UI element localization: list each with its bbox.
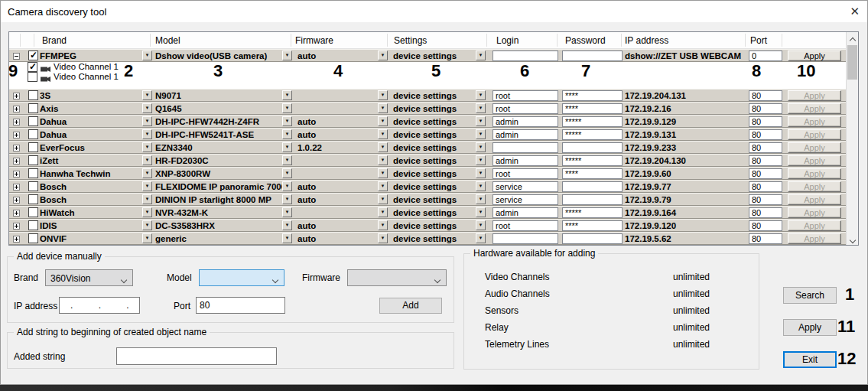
firmware-dropdown-icon[interactable]: ▼: [378, 142, 388, 152]
settings-cell[interactable]: device settings: [393, 104, 474, 113]
model-cell[interactable]: EZN3340: [155, 143, 292, 152]
model-dropdown-icon[interactable]: ▼: [282, 51, 292, 60]
row-apply-button[interactable]: Apply: [788, 194, 841, 205]
password-field[interactable]: ****: [562, 90, 623, 101]
scrollbar-up-arrow-icon[interactable]: [847, 32, 858, 45]
table-row[interactable]: ✓ 3S ▼ N9071 ▼ ▼ device settings ▼ root …: [9, 89, 846, 102]
login-field[interactable]: admin: [493, 129, 558, 140]
row-checkbox[interactable]: ✓: [28, 194, 38, 204]
port-input[interactable]: 80: [196, 297, 285, 314]
row-apply-button[interactable]: Apply: [788, 103, 841, 114]
table-row[interactable]: ✓ Axis ▼ Q1645 ▼ ▼ device settings ▼ roo…: [9, 102, 846, 115]
model-cell[interactable]: generic: [155, 234, 292, 243]
col-header-model[interactable]: Model: [155, 35, 180, 46]
login-field[interactable]: [493, 233, 558, 244]
password-field[interactable]: [562, 51, 623, 61]
settings-dropdown-icon[interactable]: ▼: [476, 51, 486, 60]
brand-dropdown-icon[interactable]: ▼: [142, 155, 152, 165]
login-field[interactable]: root: [493, 168, 558, 179]
row-checkbox[interactable]: ✓: [28, 129, 38, 139]
expand-toggle-icon[interactable]: [13, 236, 20, 243]
firmware-dropdown-icon[interactable]: ▼: [378, 207, 388, 217]
model-dropdown-icon[interactable]: ▼: [282, 168, 292, 178]
table-row[interactable]: ✓ HiWatch ▼ NVR-432M-K ▼ ▼ device settin…: [9, 206, 846, 219]
firmware-dropdown-icon[interactable]: ▼: [378, 168, 388, 178]
password-field[interactable]: [562, 142, 623, 153]
brand-dropdown-icon[interactable]: ▼: [142, 142, 152, 152]
row-apply-button[interactable]: Apply: [788, 129, 841, 140]
login-field[interactable]: [493, 142, 558, 153]
brand-dropdown-icon[interactable]: ▼: [142, 233, 152, 243]
add-button[interactable]: Add: [379, 298, 442, 314]
firmware-dropdown-icon[interactable]: ▼: [378, 233, 388, 243]
settings-cell[interactable]: device settings: [393, 143, 474, 152]
row-apply-button[interactable]: Apply: [788, 155, 841, 166]
model-dropdown-icon[interactable]: ▼: [282, 116, 292, 126]
search-button[interactable]: Search: [783, 287, 837, 304]
row-apply-button[interactable]: Apply: [788, 51, 841, 61]
password-field[interactable]: *****: [562, 155, 623, 166]
col-header-login[interactable]: Login: [496, 35, 519, 46]
subrow-checkbox[interactable]: ✓: [28, 72, 37, 82]
settings-cell[interactable]: device settings: [393, 182, 474, 191]
model-dropdown-icon[interactable]: ▼: [282, 194, 292, 204]
firmware-dropdown-icon[interactable]: ▼: [378, 103, 388, 113]
brand-dropdown-icon[interactable]: ▼: [142, 207, 152, 217]
settings-dropdown-icon[interactable]: ▼: [476, 129, 486, 139]
password-field[interactable]: [562, 194, 623, 205]
model-cell[interactable]: DH-IPC-HFW5241T-ASE: [155, 130, 292, 139]
port-field[interactable]: 80: [749, 233, 782, 244]
model-dropdown-icon[interactable]: ▼: [282, 155, 292, 165]
expand-toggle-icon[interactable]: [13, 53, 20, 60]
col-header-port[interactable]: Port: [750, 35, 767, 46]
row-checkbox[interactable]: ✓: [28, 116, 38, 126]
expand-toggle-icon[interactable]: [13, 132, 20, 138]
settings-cell[interactable]: device settings: [393, 221, 474, 230]
login-field[interactable]: service: [493, 181, 558, 192]
brand-cell[interactable]: ONVIF: [40, 234, 141, 243]
brand-dropdown-icon[interactable]: ▼: [142, 116, 152, 126]
port-field[interactable]: 80: [749, 116, 782, 127]
settings-cell[interactable]: device settings: [393, 117, 474, 126]
model-dropdown-icon[interactable]: ▼: [282, 220, 292, 230]
password-field[interactable]: *****: [562, 116, 623, 127]
settings-dropdown-icon[interactable]: ▼: [476, 220, 486, 230]
firmware-dropdown-icon[interactable]: ▼: [378, 181, 388, 191]
firmware-cell[interactable]: auto: [297, 51, 376, 60]
settings-cell[interactable]: device settings: [393, 234, 474, 243]
password-field[interactable]: [562, 233, 623, 244]
port-field[interactable]: 0: [749, 51, 782, 61]
brand-cell[interactable]: Bosch: [40, 195, 141, 204]
brand-cell[interactable]: EverFocus: [40, 143, 141, 152]
model-cell[interactable]: HR-FD2030C: [155, 156, 292, 165]
brand-cell[interactable]: Axis: [40, 104, 141, 113]
firmware-cell[interactable]: auto: [297, 234, 376, 243]
settings-dropdown-icon[interactable]: ▼: [476, 168, 486, 178]
brand-dropdown-icon[interactable]: ▼: [142, 51, 152, 60]
ip-address-input[interactable]: . . .: [59, 297, 140, 314]
settings-cell[interactable]: device settings: [393, 208, 474, 217]
settings-cell[interactable]: device settings: [393, 51, 474, 60]
brand-cell[interactable]: Dahua: [40, 117, 141, 126]
port-field[interactable]: 80: [749, 142, 782, 153]
model-cell[interactable]: Dshow video(USB camera): [155, 51, 292, 60]
login-field[interactable]: admin: [493, 116, 558, 127]
expand-toggle-icon[interactable]: [13, 93, 20, 99]
password-field[interactable]: ****: [562, 168, 623, 179]
settings-dropdown-icon[interactable]: ▼: [476, 155, 486, 165]
table-row[interactable]: ✓ ONVIF ▼ generic ▼ auto ▼ device settin…: [9, 232, 846, 245]
model-cell[interactable]: DH-IPC-HFW7442H-Z4FR: [155, 117, 292, 126]
row-checkbox[interactable]: ✓: [28, 51, 38, 60]
model-cell[interactable]: DC-S3583HRX: [155, 221, 292, 230]
model-dropdown-icon[interactable]: ▼: [282, 103, 292, 113]
apply-button[interactable]: Apply: [783, 319, 837, 336]
port-field[interactable]: 80: [749, 103, 782, 114]
login-field[interactable]: [493, 51, 558, 61]
settings-cell[interactable]: device settings: [393, 156, 474, 165]
table-row[interactable]: ✓ Bosch ▼ DINION IP starlight 8000 MP ▼ …: [9, 193, 846, 206]
table-row[interactable]: ✓ Dahua ▼ DH-IPC-HFW7442H-Z4FR ▼ auto ▼ …: [9, 115, 846, 128]
settings-dropdown-icon[interactable]: ▼: [476, 103, 486, 113]
expand-toggle-icon[interactable]: [13, 158, 20, 165]
row-checkbox[interactable]: ✓: [28, 90, 38, 100]
vertical-scrollbar[interactable]: [846, 32, 858, 245]
